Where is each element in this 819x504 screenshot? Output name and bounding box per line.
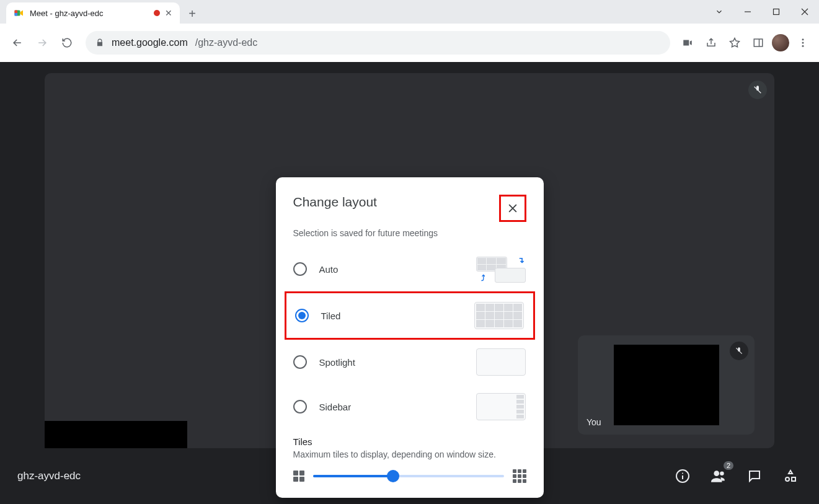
right-controls: 2 <box>671 465 802 487</box>
url-path: /ghz-ayvd-edc <box>195 37 258 48</box>
dialog-subtitle: Selection is saved for future meetings <box>276 226 544 247</box>
tiles-description: Maximum tiles to display, depending on w… <box>293 449 526 459</box>
address-bar-row: meet.google.com/ghz-ayvd-edc <box>0 24 819 62</box>
window-maximize-button[interactable] <box>762 2 790 22</box>
self-view-tile[interactable]: You <box>578 335 755 435</box>
self-video-redacted <box>614 345 719 425</box>
share-icon[interactable] <box>701 33 721 53</box>
radio-spotlight[interactable] <box>293 355 307 369</box>
participant-name-redacted <box>45 421 187 448</box>
side-panel-icon[interactable] <box>748 33 768 53</box>
recording-indicator-icon <box>154 10 160 16</box>
svg-rect-1 <box>774 9 779 15</box>
self-label: You <box>587 417 601 427</box>
change-layout-dialog: Change layout Selection is saved for fut… <box>276 177 544 498</box>
meeting-details-button[interactable] <box>671 465 694 487</box>
thumb-sidebar-icon <box>476 392 526 422</box>
people-button[interactable]: 2 <box>707 465 730 487</box>
browser-tab[interactable]: Meet - ghz-ayvd-edc ✕ <box>6 2 180 24</box>
dialog-title: Change layout <box>293 195 377 210</box>
option-label-auto: Auto <box>319 264 339 275</box>
svg-point-19 <box>714 471 719 476</box>
thumb-spotlight-icon <box>476 347 526 377</box>
camera-indicator-icon[interactable] <box>678 33 697 53</box>
layout-option-tiled[interactable]: Tiled <box>285 291 535 340</box>
svg-rect-22 <box>792 477 795 481</box>
svg-point-9 <box>802 45 804 47</box>
profile-avatar[interactable] <box>772 34 789 51</box>
meet-favicon-icon <box>14 7 25 19</box>
tiles-slider-section: Tiles Maximum tiles to display, dependin… <box>276 429 544 483</box>
svg-point-18 <box>682 473 683 474</box>
reload-button[interactable] <box>56 32 78 54</box>
slider-thumb[interactable] <box>387 470 399 482</box>
participant-muted-icon <box>748 81 767 99</box>
tab-bar: Meet - ghz-ayvd-edc ✕ + <box>0 0 819 24</box>
layout-option-auto[interactable]: Auto ↴ ⤴ <box>285 247 535 291</box>
slider-fill <box>313 475 393 477</box>
svg-point-8 <box>802 42 804 44</box>
tiles-slider[interactable] <box>313 475 504 477</box>
slider-min-icon <box>293 471 304 482</box>
layout-option-sidebar[interactable]: Sidebar <box>285 384 535 429</box>
chat-button[interactable] <box>743 465 766 487</box>
window-minimize-button[interactable] <box>733 2 762 22</box>
layout-option-spotlight[interactable]: Spotlight <box>285 340 535 384</box>
svg-rect-5 <box>754 39 763 46</box>
activities-button[interactable] <box>779 465 802 487</box>
dialog-close-button[interactable] <box>502 198 523 219</box>
option-label-spotlight: Spotlight <box>319 357 355 368</box>
bookmark-star-icon[interactable] <box>725 33 745 53</box>
participant-count-badge: 2 <box>724 461 733 470</box>
new-tab-button[interactable]: + <box>182 4 202 24</box>
radio-tiled[interactable] <box>295 309 309 322</box>
option-label-tiled: Tiled <box>321 311 341 321</box>
radio-auto[interactable] <box>293 262 307 276</box>
self-muted-icon <box>730 342 748 360</box>
chrome-menu-button[interactable] <box>793 33 813 53</box>
browser-chrome: Meet - ghz-ayvd-edc ✕ + meet.google.com/… <box>0 0 819 62</box>
address-bar[interactable]: meet.google.com/ghz-ayvd-edc <box>86 31 670 55</box>
tab-title: Meet - ghz-ayvd-edc <box>30 9 104 18</box>
tab-close-button[interactable]: ✕ <box>165 8 172 18</box>
lock-icon <box>95 38 104 47</box>
window-dropdown-icon[interactable] <box>705 2 733 22</box>
svg-point-20 <box>720 471 724 475</box>
forward-button[interactable] <box>31 32 53 54</box>
thumb-auto-icon: ↴ ⤴ <box>476 254 526 284</box>
svg-rect-3 <box>15 11 18 14</box>
window-close-button[interactable] <box>790 2 819 22</box>
window-controls <box>705 0 819 24</box>
svg-rect-4 <box>15 13 18 16</box>
meeting-code: ghz-ayvd-edc <box>17 470 81 482</box>
tiles-heading: Tiles <box>293 436 526 447</box>
close-button-highlight <box>499 195 526 222</box>
meet-app: You ghz-ayvd-edc CC 2 Change layout <box>0 62 819 504</box>
back-button[interactable] <box>6 32 29 54</box>
url-host: meet.google.com <box>112 37 188 48</box>
thumb-tiled-icon <box>474 301 525 330</box>
svg-point-7 <box>802 38 804 40</box>
svg-point-21 <box>786 477 789 481</box>
radio-sidebar[interactable] <box>293 400 307 413</box>
option-label-sidebar: Sidebar <box>319 402 352 412</box>
slider-max-icon <box>513 469 526 483</box>
